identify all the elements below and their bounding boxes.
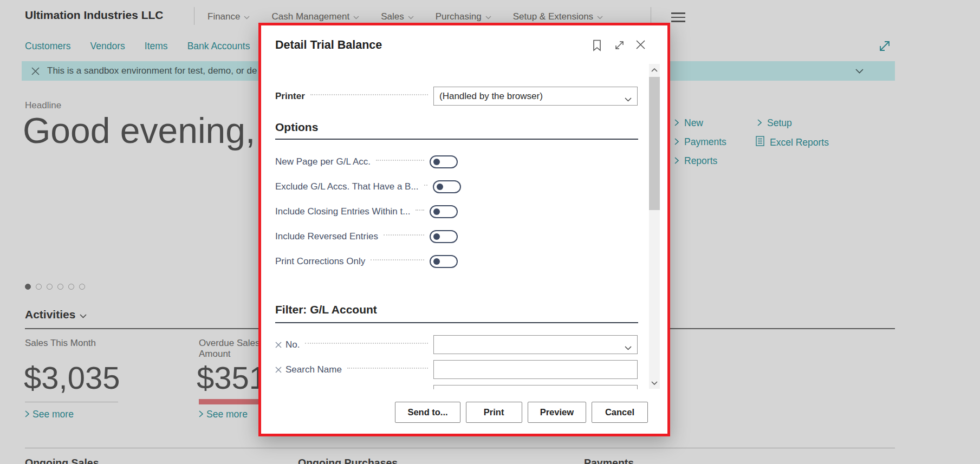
dotted-leader	[416, 210, 424, 211]
chevron-down-icon	[485, 11, 491, 22]
toggle-exclude-accs[interactable]	[433, 180, 461, 193]
scroll-down-icon[interactable]	[649, 377, 660, 389]
toggle-closing-entries[interactable]	[430, 205, 458, 218]
dotted-leader	[371, 259, 424, 260]
bookmark-icon[interactable]	[593, 40, 601, 51]
tile-label-sales-month[interactable]: Sales This Month	[25, 338, 96, 349]
close-icon[interactable]	[31, 67, 40, 75]
nav-vendors[interactable]: Vendors	[90, 41, 125, 52]
see-more-overdue[interactable]: See more	[199, 409, 248, 420]
printer-select[interactable]	[433, 87, 638, 106]
toggle-reversed-entries[interactable]	[430, 230, 458, 243]
action-link-payments[interactable]: Payments	[674, 136, 726, 148]
chevron-down-icon	[597, 11, 603, 22]
see-more-sales[interactable]: See more	[25, 409, 74, 420]
carousel-dot[interactable]	[79, 284, 85, 290]
main-menu: Finance Cash Management Sales Purchasing…	[207, 11, 603, 22]
nav-bank-accounts[interactable]: Bank Accounts	[187, 41, 250, 52]
scroll-up-icon[interactable]	[649, 64, 660, 76]
toggle-new-page[interactable]	[430, 155, 458, 168]
chevron-right-icon	[199, 409, 203, 420]
expand-icon[interactable]	[614, 40, 625, 51]
banner-text: This is a sandbox environment for test, …	[47, 66, 257, 76]
action-link-new[interactable]: New	[674, 117, 703, 129]
action-link-setup[interactable]: Setup	[757, 117, 792, 129]
hamburger-icon[interactable]	[671, 12, 685, 25]
dialog-scrollbar[interactable]	[649, 64, 660, 389]
menu-cash-management[interactable]: Cash Management	[271, 11, 359, 22]
toggle-row-closing-entries: Include Closing Entries Within t...	[275, 205, 458, 218]
greeting-text: Good evening, s	[23, 110, 283, 151]
dotted-leader	[310, 94, 428, 95]
chevron-down-icon[interactable]	[855, 69, 864, 74]
menu-setup-extensions[interactable]: Setup & Extensions	[513, 11, 603, 22]
filter-divider	[275, 322, 638, 323]
toggle-row-corrections-only: Print Corrections Only	[275, 255, 458, 268]
scrollbar-thumb[interactable]	[649, 77, 660, 210]
filter-row-search-name: Search Name	[275, 360, 638, 379]
bottom-divider	[25, 448, 895, 448]
menu-sales[interactable]: Sales	[381, 11, 414, 22]
dotted-leader	[384, 234, 424, 236]
chevron-right-icon	[674, 136, 679, 148]
filter-heading: Filter: G/L Account	[275, 303, 377, 316]
toggle-row-new-page: New Page per G/L Acc.	[275, 155, 458, 168]
carousel-dot[interactable]	[68, 284, 74, 290]
dotted-leader	[347, 368, 428, 369]
filter-remove-icon[interactable]	[275, 367, 282, 373]
dotted-leader	[305, 343, 428, 344]
carousel-dots	[25, 284, 85, 290]
excel-report-icon	[756, 136, 764, 149]
company-name[interactable]: Ultimation Industries LLC	[25, 9, 164, 22]
carousel-dot[interactable]	[47, 284, 53, 290]
dotted-leader	[424, 185, 427, 186]
send-to-button[interactable]: Send to...	[395, 402, 460, 423]
toggle-corrections-only[interactable]	[430, 255, 458, 268]
nav-items[interactable]: Items	[145, 41, 168, 52]
carousel-dot[interactable]	[25, 284, 31, 290]
printer-label: Printer	[275, 91, 305, 102]
options-divider	[275, 139, 638, 140]
preview-button[interactable]: Preview	[528, 402, 586, 423]
cancel-button[interactable]: Cancel	[592, 402, 648, 423]
section-ongoing-sales: Ongoing Sales	[25, 457, 99, 464]
chevron-down-icon	[80, 308, 87, 321]
dotted-leader	[376, 160, 424, 161]
quick-nav: Customers Vendors Items Bank Accounts	[25, 41, 250, 52]
toggle-row-reversed-entries: Include Reversed Entries	[275, 230, 458, 243]
chevron-right-icon	[674, 117, 679, 129]
chevron-down-icon	[353, 11, 359, 22]
carousel-dot[interactable]	[57, 284, 63, 290]
printer-row: Printer	[275, 87, 638, 106]
filter-search-name-input[interactable]	[434, 361, 637, 378]
filter-remove-icon[interactable]	[275, 342, 282, 348]
action-link-reports[interactable]: Setup Reports	[674, 155, 717, 167]
detail-trial-balance-dialog: Detail Trial Balance Printer Options New…	[258, 23, 670, 436]
tile-divider	[25, 402, 118, 402]
menu-finance[interactable]: Finance	[207, 11, 250, 22]
section-ongoing-purchases: Ongoing Purchases	[298, 457, 398, 464]
nav-divider	[194, 7, 194, 25]
activities-heading[interactable]: Activities	[25, 308, 87, 321]
dialog-footer: Send to... Print Preview Cancel	[261, 402, 667, 423]
dialog-title: Detail Trial Balance	[275, 38, 382, 52]
carousel-dot[interactable]	[36, 284, 42, 290]
printer-select-input[interactable]	[434, 87, 637, 105]
tile-value-overdue[interactable]: $351	[197, 360, 267, 396]
filter-field-partial[interactable]	[433, 385, 638, 389]
filter-no-select[interactable]	[433, 335, 638, 354]
menu-purchasing[interactable]: Purchasing	[436, 11, 491, 22]
close-icon[interactable]	[635, 40, 646, 50]
toggle-row-exclude-accs: Exclude G/L Accs. That Have a B...	[275, 180, 458, 193]
filter-search-name-field[interactable]	[433, 360, 638, 379]
tile-value-sales-month[interactable]: $3,035	[24, 360, 120, 396]
app-page: Ultimation Industries LLC Finance Cash M…	[0, 0, 980, 464]
options-heading: Options	[275, 121, 318, 134]
expand-icon[interactable]	[878, 39, 892, 55]
print-button[interactable]: Print	[466, 402, 522, 423]
chevron-down-icon	[408, 11, 414, 22]
action-link-excel-reports[interactable]: Excel Reports	[756, 136, 829, 149]
filter-no-input[interactable]	[434, 336, 637, 354]
chevron-right-icon	[25, 409, 29, 420]
nav-customers[interactable]: Customers	[25, 41, 71, 52]
